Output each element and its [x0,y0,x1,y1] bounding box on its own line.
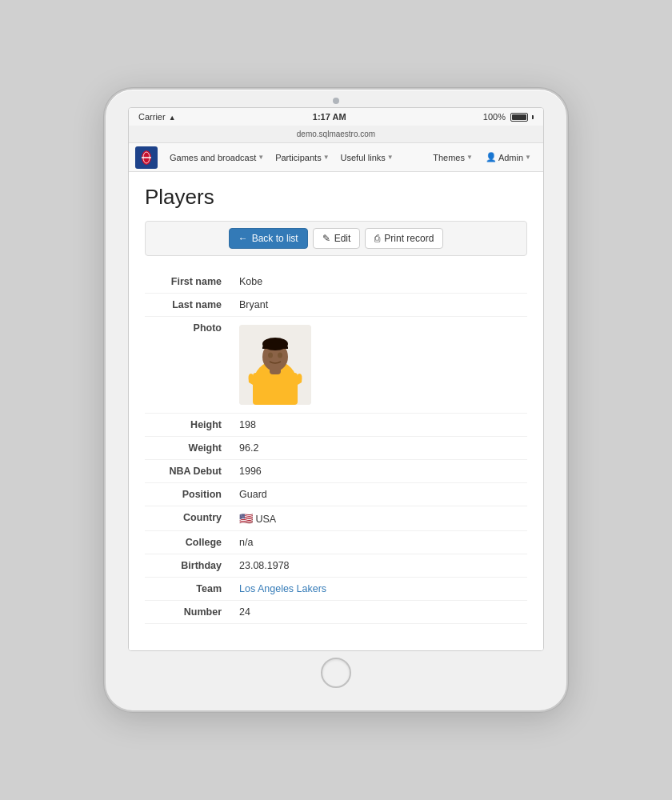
field-last-name: Last name Bryant [145,294,527,317]
field-position: Position Guard [145,483,527,506]
carrier-info: Carrier [138,112,176,122]
nav-games[interactable]: Games and broadcast ▼ [164,150,270,166]
label-last-name: Last name [145,294,233,317]
nav-participants-label: Participants [275,153,321,162]
time-display: 1:17 AM [313,112,346,122]
home-button[interactable] [321,658,351,688]
battery-percent: 100% [483,112,506,122]
label-position: Position [145,483,233,506]
value-nba-debut: 1996 [233,460,527,483]
nav-useful-links-caret: ▼ [387,154,394,161]
field-weight: Weight 96.2 [145,437,527,460]
value-height: 198 [233,414,527,437]
battery-icon [510,113,528,122]
url-bar: demo.sqlmaestro.com [129,126,543,143]
value-birthday: 23.08.1978 [233,554,527,578]
nav-useful-links-label: Useful links [341,153,386,162]
url-text: demo.sqlmaestro.com [297,130,375,138]
label-country: Country [145,506,233,531]
label-height: Height [145,414,233,437]
edit-button[interactable]: ✎ Edit [313,228,361,249]
value-team: Los Angeles Lakers [233,578,527,601]
nav-games-label: Games and broadcast [170,153,256,162]
edit-icon: ✎ [322,233,330,244]
field-nba-debut: NBA Debut 1996 [145,460,527,483]
field-height: Height 198 [145,414,527,437]
player-photo-svg [239,325,311,405]
carrier-label: Carrier [138,112,166,122]
field-photo: Photo [145,317,527,414]
field-country: Country 🇺🇸 USA [145,506,527,531]
svg-point-10 [278,353,282,358]
value-number: 24 [233,601,527,624]
field-first-name: First name Kobe [145,270,527,294]
status-bar: Carrier 1:17 AM 100% [129,108,543,126]
svg-rect-6 [253,373,298,405]
tablet-camera [333,98,339,104]
field-birthday: Birthday 23.08.1978 [145,554,527,578]
label-team: Team [145,578,233,601]
page-title: Players [145,185,527,210]
nav-themes-caret: ▼ [466,154,473,161]
label-first-name: First name [145,270,233,294]
value-first-name: Kobe [233,270,527,294]
nav-admin[interactable]: 👤 Admin ▼ [480,149,537,166]
label-number: Number [145,601,233,624]
back-icon: ← [238,233,248,244]
label-birthday: Birthday [145,554,233,578]
field-college: College n/a [145,531,527,554]
nav-admin-label: Admin [498,153,523,162]
nav-useful-links[interactable]: Useful links ▼ [335,150,399,166]
value-position: Guard [233,483,527,506]
value-college: n/a [233,531,527,554]
nav-games-caret: ▼ [258,154,264,161]
print-record-button[interactable]: ⎙ Print record [365,228,443,249]
field-team: Team Los Angeles Lakers [145,578,527,601]
back-label: Back to list [252,233,298,244]
value-country: 🇺🇸 USA [233,506,527,531]
edit-label: Edit [334,233,351,244]
value-photo [233,317,527,414]
nav-themes[interactable]: Themes ▼ [427,149,478,166]
battery-area: 100% [483,112,534,122]
back-to-list-button[interactable]: ← Back to list [229,228,308,249]
print-icon: ⎙ [374,233,380,244]
record-table: First name Kobe Last name Bryant Photo [145,270,527,624]
tablet-screen: Carrier 1:17 AM 100% demo.sqlmaestro.com [128,107,544,651]
nav-participants[interactable]: Participants ▼ [270,150,334,166]
tablet-device: Carrier 1:17 AM 100% demo.sqlmaestro.com [104,88,568,712]
label-college: College [145,531,233,554]
print-label: Print record [384,233,434,244]
battery-tip [532,115,534,119]
value-weight: 96.2 [233,437,527,460]
value-last-name: Bryant [233,294,527,317]
toolbar: ← Back to list ✎ Edit ⎙ Print record [145,221,527,256]
admin-user-icon: 👤 [486,152,497,162]
team-link[interactable]: Los Angeles Lakers [239,583,326,594]
nav-participants-caret: ▼ [323,154,330,161]
label-weight: Weight [145,437,233,460]
nba-logo [135,146,158,169]
player-photo [239,325,311,405]
label-photo: Photo [145,317,233,414]
nav-themes-label: Themes [433,153,465,162]
wifi-icon [169,112,176,122]
label-nba-debut: NBA Debut [145,460,233,483]
nav-right-items: Themes ▼ 👤 Admin ▼ [427,149,537,166]
page-content[interactable]: Players ← Back to list ✎ Edit ⎙ Print re… [129,172,543,650]
country-flag: 🇺🇸 [239,512,253,525]
svg-point-9 [268,353,273,358]
field-number: Number 24 [145,601,527,624]
nav-admin-caret: ▼ [525,154,531,161]
nav-bar: Games and broadcast ▼ Participants ▼ Use… [129,143,543,172]
